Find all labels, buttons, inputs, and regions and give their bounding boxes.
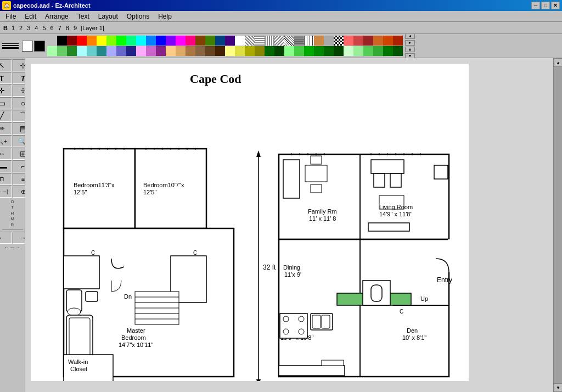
door-tool[interactable]: ⌐ <box>13 160 25 172</box>
pal-sand[interactable] <box>176 46 186 56</box>
pal-red[interactable] <box>77 36 87 46</box>
pan-left-tool[interactable]: ← <box>0 232 12 244</box>
dimension-tool[interactable]: |←→| <box>0 186 12 198</box>
window-tool[interactable]: ⊓ <box>0 173 12 185</box>
symbol-tool[interactable]: ⊕ <box>13 186 25 198</box>
grid-tool[interactable]: ⊞ <box>13 148 25 160</box>
active-color-white[interactable] <box>22 41 33 52</box>
pal-magenta[interactable] <box>176 36 186 46</box>
pal-green[interactable] <box>116 36 126 46</box>
pal-navy[interactable] <box>215 36 225 46</box>
pal-pattern-7[interactable] <box>304 36 314 46</box>
pal-olive[interactable] <box>205 36 215 46</box>
pal-pink[interactable] <box>186 36 195 46</box>
pal-violet[interactable] <box>166 36 176 46</box>
text-tool[interactable]: T <box>0 72 12 84</box>
select-tool[interactable]: ⊹ <box>13 59 25 71</box>
pal-med-green[interactable] <box>57 46 67 56</box>
pal-rust[interactable] <box>383 36 393 46</box>
toolbar-num-4[interactable]: 4 <box>33 25 40 31</box>
pal-blue[interactable] <box>156 36 166 46</box>
toolbar-num-6[interactable]: 6 <box>49 25 55 31</box>
pal-dk-pure-green[interactable] <box>314 46 324 56</box>
pal-burnt[interactable] <box>373 36 383 46</box>
pal-black[interactable] <box>57 36 67 46</box>
pal-gray[interactable] <box>47 36 57 46</box>
pal-med-blue[interactable] <box>116 46 126 56</box>
pal-dk-red[interactable] <box>363 36 373 46</box>
toolbar-num-3[interactable]: 3 <box>25 25 32 31</box>
pal-med-pink[interactable] <box>146 46 156 56</box>
pal-dk-cyan[interactable] <box>97 46 106 56</box>
menu-options[interactable]: Options <box>122 12 154 21</box>
scroll-up-button[interactable]: ▲ <box>554 58 562 67</box>
pal-tan[interactable] <box>314 36 324 46</box>
active-color-black[interactable] <box>34 41 45 52</box>
palette-nav-down[interactable]: ▼ <box>405 53 415 59</box>
scroll-track[interactable] <box>554 67 562 383</box>
pal-lt-blue2[interactable] <box>106 46 116 56</box>
pal-dkr-green[interactable] <box>393 46 403 56</box>
pal-lt-red[interactable] <box>344 36 353 46</box>
pencil-tool[interactable]: ✏ <box>0 122 12 135</box>
toolbar-num-9[interactable]: 9 <box>72 25 78 31</box>
stair-tool[interactable]: ≡ <box>13 173 25 185</box>
palette-nav-left[interactable]: ◄ <box>405 33 415 39</box>
pal-forest[interactable] <box>265 46 274 56</box>
measure-tool[interactable]: ↔ <box>0 148 12 160</box>
line-thick[interactable] <box>2 47 19 49</box>
scroll-down-button[interactable]: ▼ <box>554 383 562 392</box>
menu-text[interactable]: Text <box>73 12 94 21</box>
pal-bright-green[interactable] <box>284 46 294 56</box>
pal-forest2[interactable] <box>324 46 334 56</box>
line-thin[interactable] <box>2 43 19 44</box>
rect-tool[interactable]: ▭ <box>0 97 12 109</box>
pal-dkr-brown[interactable] <box>205 46 215 56</box>
pal-dk-yellow[interactable] <box>245 46 255 56</box>
pal-pattern-6[interactable] <box>294 36 304 46</box>
pal-pattern-2[interactable] <box>255 36 265 46</box>
pal-dk-brown[interactable] <box>195 46 205 56</box>
toolbar-num-1[interactable]: 1 <box>10 25 16 31</box>
pal-dk-pink[interactable] <box>156 46 166 56</box>
menu-file[interactable]: File <box>1 12 20 21</box>
pal-yellow[interactable] <box>97 36 106 46</box>
pal-pale-green[interactable] <box>344 46 353 56</box>
zoom-in-tool[interactable]: 🔍+ <box>0 135 12 147</box>
pal-cyan[interactable] <box>136 36 146 46</box>
pal-med-cyan[interactable] <box>87 46 97 56</box>
pal-lt-yellow[interactable] <box>225 46 235 56</box>
pal-white[interactable] <box>235 36 245 46</box>
palette-nav-up[interactable]: ▲ <box>405 47 415 52</box>
line-tool[interactable]: ╱ <box>0 110 12 122</box>
pal-dark-red[interactable] <box>67 36 77 46</box>
menu-help[interactable]: Help <box>154 12 176 21</box>
pal-light-blue[interactable] <box>146 36 156 46</box>
palette-nav-right[interactable]: ► <box>405 40 415 46</box>
toolbar-num-8[interactable]: 8 <box>64 25 71 31</box>
circle-tool[interactable]: ○ <box>13 97 25 109</box>
pal-pattern-1[interactable] <box>245 36 255 46</box>
pal-lt-cyan[interactable] <box>77 46 87 56</box>
move-tool[interactable]: ✛ <box>0 85 12 97</box>
pal-peach[interactable] <box>166 46 176 56</box>
pal-pattern-3[interactable] <box>265 36 274 46</box>
pal-med-yellow[interactable] <box>235 46 245 56</box>
pal-orange[interactable] <box>87 36 97 46</box>
line-medium[interactable] <box>2 45 19 46</box>
arc-tool[interactable]: ⌒ <box>13 110 25 122</box>
zoom-out-tool[interactable]: 🔍- <box>13 135 25 147</box>
menu-edit[interactable]: Edit <box>20 12 41 21</box>
menu-arrange[interactable]: Arrange <box>41 12 73 21</box>
pal-dk-sand[interactable] <box>186 46 195 56</box>
toolbar-num-5[interactable]: 5 <box>41 25 47 31</box>
close-button[interactable]: ✕ <box>551 2 560 9</box>
pal-mid-green[interactable] <box>294 46 304 56</box>
pal-pattern-5[interactable] <box>284 36 294 46</box>
minimize-button[interactable]: ─ <box>531 2 540 9</box>
pal-med-red[interactable] <box>353 36 363 46</box>
text-tool-2[interactable]: T <box>13 72 25 84</box>
pointer-tool[interactable]: ↖ <box>0 59 12 71</box>
pal-forest3[interactable] <box>334 46 344 56</box>
pan-right-tool[interactable]: → <box>13 232 25 244</box>
